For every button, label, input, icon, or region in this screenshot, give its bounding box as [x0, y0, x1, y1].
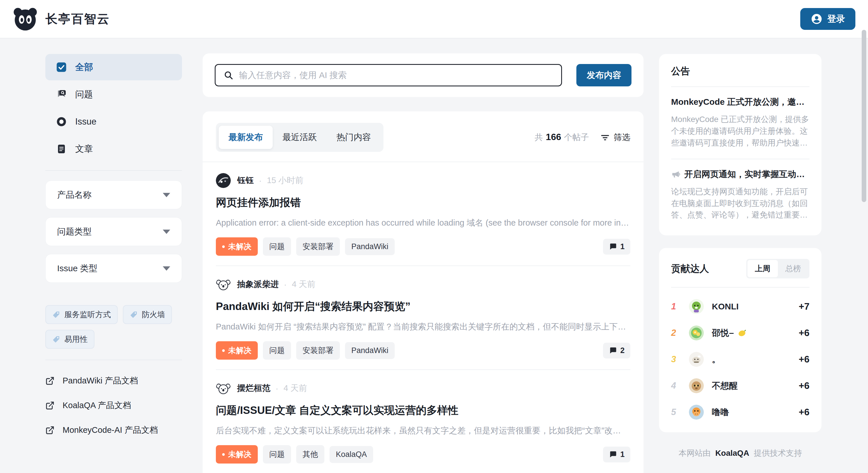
- external-link-icon: [45, 401, 55, 410]
- doc-link-label: PandaWiki 产品文档: [63, 375, 138, 387]
- login-button[interactable]: 登录: [800, 8, 856, 30]
- top-header: 长亭百智云 登录: [0, 0, 868, 38]
- koala-avatar: [216, 381, 231, 396]
- search-card: 发布内容: [203, 53, 644, 97]
- footer-suffix: 提供技术支持: [754, 449, 802, 458]
- tag-label: 服务监听方式: [64, 309, 111, 320]
- contributor-score: +6: [799, 354, 809, 365]
- post-count-suffix: 个帖子: [564, 132, 589, 143]
- toggle-last-week[interactable]: 上周: [747, 260, 778, 277]
- sidebar-item-questions[interactable]: 问题: [45, 81, 182, 107]
- tab-recent-active[interactable]: 最近活跃: [273, 126, 327, 149]
- sidebar-item-label: 问题: [75, 88, 93, 100]
- doc-link-pandawiki[interactable]: PandaWiki 产品文档: [45, 375, 182, 387]
- contributor-name: 不想醒: [712, 380, 799, 392]
- login-label: 登录: [827, 13, 845, 25]
- vertical-scrollbar[interactable]: [862, 30, 866, 202]
- post-title[interactable]: PandaWiki 如何开启“搜索结果内容预览”: [216, 299, 630, 314]
- filter-label: 筛选: [614, 132, 630, 143]
- article-icon: [56, 144, 67, 154]
- status-badge-unresolved: 未解决: [216, 445, 258, 464]
- posts-card: 最新发布 最近活跃 热门内容 共 166 个帖子 筛选 钰钰 ·: [203, 112, 644, 473]
- sidebar-item-issue[interactable]: Issue: [45, 108, 182, 135]
- contributors-card: 贡献达人 上周 总榜 1 KONLI +7 2 邵悦– +6: [659, 248, 822, 432]
- meta-separator: ·: [259, 176, 262, 185]
- toggle-all-time[interactable]: 总榜: [778, 260, 808, 277]
- announcement-title: 开启网页通知，实时掌握互动…: [671, 168, 809, 180]
- sidebar-divider: [45, 170, 182, 171]
- megaphone-icon: [671, 169, 681, 179]
- comment-count[interactable]: 1: [603, 239, 630, 255]
- contributor-row[interactable]: 3 。 +6: [671, 352, 809, 367]
- comment-count[interactable]: 2: [603, 343, 630, 358]
- comment-count[interactable]: 1: [603, 447, 630, 462]
- post-row[interactable]: 钰钰 · 15 小时前 网页挂件添加报错 Application error: …: [216, 162, 630, 266]
- select-label: Issue 类型: [57, 263, 97, 274]
- post-tag[interactable]: 安装部署: [296, 238, 340, 256]
- left-sidebar: 全部 问题 Issue 文章 产品名称 问题类型 Issue 类型 服务监听方式: [45, 54, 182, 449]
- post-author[interactable]: 摆烂桓范: [237, 383, 270, 394]
- tag-icon: [52, 335, 60, 343]
- announcements-title: 公告: [671, 65, 809, 78]
- announcement-item[interactable]: 开启网页通知，实时掌握互动… 论坛现已支持网页通知功能，开启后可在电脑桌面上即时…: [671, 159, 809, 227]
- footer-prefix: 本网站由: [679, 449, 711, 458]
- tab-hot[interactable]: 热门内容: [327, 126, 381, 149]
- list-header: 最新发布 最近活跃 热门内容 共 166 个帖子 筛选: [216, 123, 630, 152]
- post-author[interactable]: 钰钰: [237, 175, 254, 186]
- search-input[interactable]: [239, 70, 553, 80]
- sidebar-item-articles[interactable]: 文章: [45, 136, 182, 162]
- product-name-select[interactable]: 产品名称: [45, 181, 182, 209]
- contributor-row[interactable]: 5 噜噜 +6: [671, 405, 809, 420]
- tag-chip[interactable]: 防火墙: [123, 305, 172, 324]
- post-tag[interactable]: 问题: [263, 341, 291, 359]
- doc-link-koalaqa[interactable]: KoalaQA 产品文档: [45, 400, 182, 411]
- contributor-score: +7: [799, 301, 809, 312]
- post-author[interactable]: 抽象派柴进: [237, 279, 279, 290]
- post-tag[interactable]: 安装部署: [296, 341, 340, 359]
- post-tags-row: 未解决 问题 安装部署 PandaWiki 1: [216, 238, 630, 256]
- panda-logo-icon[interactable]: [12, 6, 38, 32]
- sidebar-item-label: 文章: [75, 143, 93, 155]
- publish-content-button[interactable]: 发布内容: [577, 64, 631, 86]
- announcement-item[interactable]: MonkeyCode 正式开放公测，邀… MonkeyCode 已正式开放公测，…: [671, 87, 809, 159]
- comment-icon: [609, 346, 617, 354]
- tab-latest[interactable]: 最新发布: [219, 126, 273, 149]
- post-title[interactable]: 网页挂件添加报错: [216, 195, 630, 210]
- tag-chip[interactable]: 服务监听方式: [45, 305, 118, 324]
- contributor-name: 。: [712, 354, 799, 366]
- post-tag[interactable]: 问题: [263, 238, 291, 256]
- post-row[interactable]: 抽象派柴进 · 4 天前 PandaWiki 如何开启“搜索结果内容预览” Pa…: [216, 266, 630, 370]
- chevron-down-icon: [163, 230, 170, 234]
- post-title[interactable]: 问题/ISSUE/文章 自定义文案可以实现运营的多样性: [216, 403, 630, 418]
- leaderboard-toggle: 上周 总榜: [746, 259, 809, 278]
- sidebar-item-all[interactable]: 全部: [45, 54, 182, 81]
- contributor-name: KONLI: [712, 302, 799, 311]
- tag-icon: [52, 311, 60, 319]
- filter-button[interactable]: 筛选: [600, 132, 630, 143]
- post-row[interactable]: 摆烂桓范 · 4 天前 问题/ISSUE/文章 自定义文案可以实现运营的多样性 …: [216, 370, 630, 473]
- post-tag[interactable]: 其他: [296, 445, 324, 464]
- rank-number: 2: [671, 328, 684, 338]
- post-tag[interactable]: PandaWiki: [345, 342, 395, 359]
- contributor-row[interactable]: 2 邵悦– +6: [671, 325, 809, 340]
- sidebar-item-label: 全部: [75, 61, 93, 73]
- post-tag[interactable]: KoalaQA: [330, 446, 373, 463]
- contributors-header: 贡献达人 上周 总榜: [671, 259, 809, 278]
- post-tag[interactable]: 问题: [263, 445, 291, 464]
- select-label: 问题类型: [57, 226, 92, 238]
- meta-separator: ·: [284, 280, 287, 289]
- lemon-avatar: [689, 325, 704, 340]
- contributor-row[interactable]: 1 KONLI +7: [671, 299, 809, 314]
- footer-brand-link[interactable]: KoalaQA: [715, 449, 749, 458]
- contributor-name: 噜噜: [712, 406, 799, 418]
- status-dot: [222, 453, 225, 456]
- question-type-select[interactable]: 问题类型: [45, 217, 182, 246]
- issue-type-select[interactable]: Issue 类型: [45, 254, 182, 283]
- post-excerpt: Application error: a client-side excepti…: [216, 217, 629, 229]
- tag-chip[interactable]: 易用性: [45, 330, 94, 349]
- doc-link-monkeycode[interactable]: MonkeyCode-AI 产品文档: [45, 424, 182, 436]
- post-tag[interactable]: PandaWiki: [345, 238, 395, 255]
- contributor-row[interactable]: 4 不想醒 +6: [671, 378, 809, 393]
- search-box[interactable]: [215, 64, 562, 86]
- question-chat-icon: [56, 89, 67, 100]
